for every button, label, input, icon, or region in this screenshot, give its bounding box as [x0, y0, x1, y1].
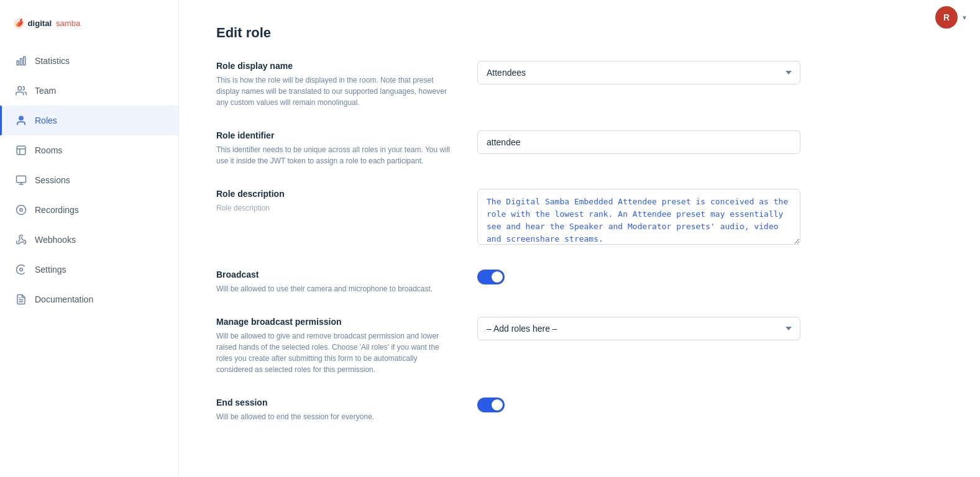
- role-display-name-select[interactable]: Attendees Speaker Moderator: [477, 61, 800, 84]
- svg-rect-5: [24, 57, 25, 65]
- end-session-toggle[interactable]: [477, 398, 505, 412]
- sidebar-nav: Statistics Team Roles: [0, 46, 178, 477]
- broadcast-section: Broadcast Will be allowed to use their c…: [216, 270, 943, 294]
- svg-point-11: [17, 206, 26, 215]
- end-session-label-col: End session Will be allowed to end the s…: [216, 398, 452, 422]
- sidebar-item-label: Settings: [35, 265, 66, 275]
- sidebar-item-label: Sessions: [35, 175, 70, 185]
- role-description-textarea[interactable]: The Digital Samba Embedded Attendee pres…: [477, 189, 800, 245]
- broadcast-toggle-wrapper: [477, 270, 943, 284]
- manage-broadcast-label-col: Manage broadcast permission Will be allo…: [216, 317, 452, 375]
- svg-rect-4: [21, 58, 22, 65]
- main-content: Edit role Role display name This is how …: [179, 0, 980, 477]
- role-display-name-select-wrapper: Attendees Speaker Moderator: [477, 61, 800, 84]
- end-session-toggle-wrapper: [477, 398, 943, 412]
- sidebar-item-settings[interactable]: Settings: [0, 255, 178, 284]
- broadcast-toggle[interactable]: [477, 270, 505, 284]
- role-identifier-hint: This identifier needs to be unique acros…: [216, 144, 452, 166]
- sidebar-item-rooms[interactable]: Rooms: [0, 135, 178, 165]
- documentation-icon: [15, 293, 27, 306]
- manage-broadcast-section: Manage broadcast permission Will be allo…: [216, 317, 943, 375]
- role-display-name-control: Attendees Speaker Moderator: [477, 61, 943, 84]
- role-display-name-hint: This is how the role will be displayed i…: [216, 75, 452, 108]
- sidebar: digital samba Statistics Team: [0, 0, 179, 477]
- role-identifier-label: Role identifier: [216, 130, 452, 140]
- role-display-name-label: Role display name: [216, 61, 452, 71]
- chevron-down-icon[interactable]: ▼: [961, 14, 968, 21]
- svg-point-12: [20, 209, 23, 212]
- sidebar-item-label: Team: [35, 86, 56, 96]
- role-identifier-label-col: Role identifier This identifier needs to…: [216, 130, 452, 166]
- svg-rect-3: [17, 61, 19, 65]
- role-identifier-control: [477, 130, 943, 154]
- sidebar-item-label: Statistics: [35, 56, 70, 66]
- end-session-label: End session: [216, 398, 452, 407]
- manage-broadcast-select[interactable]: – Add roles here – All roles Attendees S…: [477, 317, 800, 340]
- sidebar-item-documentation[interactable]: Documentation: [0, 284, 178, 314]
- role-identifier-section: Role identifier This identifier needs to…: [216, 130, 943, 166]
- sidebar-item-label: Roles: [35, 116, 57, 125]
- sidebar-item-label: Rooms: [35, 145, 62, 155]
- svg-text:digital: digital: [28, 19, 52, 28]
- sidebar-item-sessions[interactable]: Sessions: [0, 165, 178, 195]
- manage-broadcast-control: – Add roles here – All roles Attendees S…: [477, 317, 943, 340]
- sidebar-item-roles[interactable]: Roles: [0, 106, 178, 135]
- sidebar-item-statistics[interactable]: Statistics: [0, 46, 178, 76]
- sessions-icon: [15, 174, 27, 186]
- header-right: R ▼: [935, 6, 968, 29]
- svg-point-8: [21, 117, 22, 119]
- broadcast-label-col: Broadcast Will be allowed to use their c…: [216, 270, 452, 294]
- role-description-label-col: Role description Role description: [216, 189, 452, 214]
- sidebar-item-label: Recordings: [35, 205, 79, 215]
- rooms-icon: [15, 144, 27, 157]
- manage-broadcast-select-wrapper: – Add roles here – All roles Attendees S…: [477, 317, 800, 340]
- end-session-control: [477, 398, 943, 412]
- team-icon: [15, 84, 27, 97]
- roles-icon: [15, 114, 27, 127]
- webhooks-icon: [15, 234, 27, 246]
- settings-icon: [15, 263, 27, 276]
- broadcast-hint: Will be allowed to use their camera and …: [216, 283, 452, 294]
- svg-text:samba: samba: [56, 19, 81, 28]
- end-session-hint: Will be allowed to end the session for e…: [216, 411, 452, 422]
- bar-chart-icon: [15, 55, 27, 67]
- logo: digital samba: [0, 6, 178, 46]
- sidebar-item-team[interactable]: Team: [0, 76, 178, 106]
- role-display-name-label-col: Role display name This is how the role w…: [216, 61, 452, 108]
- svg-point-6: [18, 86, 22, 90]
- broadcast-label: Broadcast: [216, 270, 452, 279]
- role-description-sublabel: Role description: [216, 202, 452, 214]
- sidebar-item-webhooks[interactable]: Webhooks: [0, 225, 178, 255]
- end-session-section: End session Will be allowed to end the s…: [216, 398, 943, 422]
- sidebar-item-label: Webhooks: [35, 235, 76, 245]
- role-description-section: Role description Role description The Di…: [216, 189, 943, 247]
- role-description-control: The Digital Samba Embedded Attendee pres…: [477, 189, 943, 247]
- sidebar-item-recordings[interactable]: Recordings: [0, 195, 178, 225]
- page-title: Edit role: [216, 25, 943, 41]
- sidebar-item-label: Documentation: [35, 294, 93, 304]
- role-identifier-input[interactable]: [477, 130, 800, 154]
- role-display-name-section: Role display name This is how the role w…: [216, 61, 943, 108]
- svg-rect-9: [17, 146, 25, 155]
- recordings-icon: [15, 204, 27, 216]
- broadcast-control: [477, 270, 943, 284]
- manage-broadcast-label: Manage broadcast permission: [216, 317, 452, 327]
- manage-broadcast-hint: Will be allowed to give and remove broad…: [216, 330, 452, 375]
- role-description-label: Role description: [216, 189, 452, 199]
- svg-point-13: [20, 268, 23, 271]
- svg-rect-10: [17, 176, 26, 183]
- user-avatar[interactable]: R: [935, 6, 958, 29]
